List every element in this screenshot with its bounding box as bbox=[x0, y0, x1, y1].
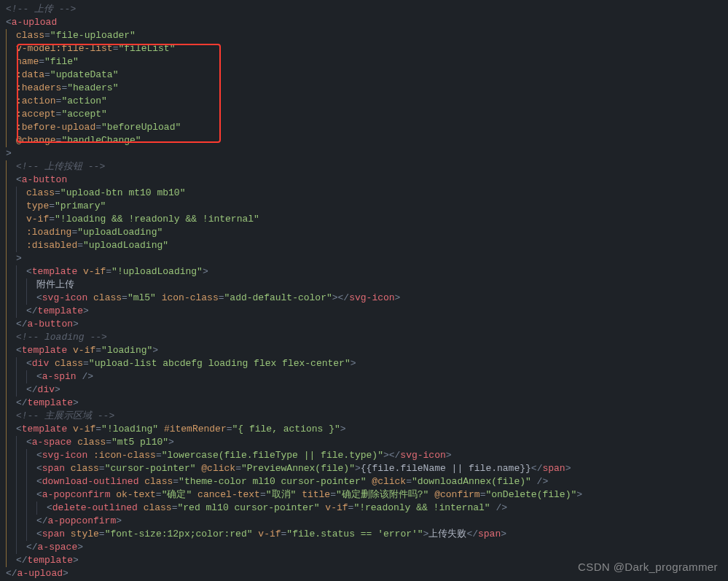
code-line[interactable]: </a-button> bbox=[6, 318, 728, 331]
code-editor-area[interactable]: <!-- 上传 --><a-upload class="file-uploade… bbox=[0, 0, 728, 580]
code-line[interactable]: > bbox=[6, 147, 728, 160]
code-line[interactable]: <svg-icon :icon-class="lowercase(file.fi… bbox=[6, 449, 728, 462]
code-line[interactable]: </a-popconfirm> bbox=[6, 515, 728, 528]
code-line[interactable]: <a-button bbox=[6, 173, 728, 187]
code-line[interactable]: type="primary" bbox=[6, 200, 728, 213]
code-line[interactable]: :action="action" bbox=[6, 95, 728, 108]
code-line[interactable]: :loading="uploadLoading" bbox=[6, 226, 728, 239]
code-line[interactable]: v-model:file-list="fileList" bbox=[6, 42, 728, 55]
code-line[interactable]: <!-- 上传按钮 --> bbox=[6, 160, 728, 173]
code-line[interactable]: <delete-outlined class="red ml10 cursor-… bbox=[6, 502, 728, 515]
code-line[interactable]: :headers="headers" bbox=[6, 82, 728, 95]
code-line[interactable]: <a-spin /> bbox=[6, 370, 728, 383]
code-line[interactable]: v-if="!loading && !readonly && !internal… bbox=[6, 213, 728, 226]
code-line[interactable]: <div class="upload-list abcdefg loading … bbox=[6, 357, 728, 370]
code-line[interactable]: :data="updateData" bbox=[6, 69, 728, 82]
code-line[interactable]: <a-popconfirm ok-text="确定" cancel-text="… bbox=[6, 488, 728, 502]
code-line[interactable]: <svg-icon class="ml5" icon-class="add-de… bbox=[6, 292, 728, 305]
code-line[interactable]: </div> bbox=[6, 383, 728, 397]
code-line[interactable]: </a-space> bbox=[6, 541, 728, 554]
code-line[interactable]: <template v-if="!loading" #itemRender="{… bbox=[6, 423, 728, 436]
code-line[interactable]: name="file" bbox=[6, 55, 728, 69]
code-line[interactable]: </template> bbox=[6, 397, 728, 410]
code-line[interactable]: <a-upload bbox=[6, 16, 728, 29]
code-line[interactable]: @change="handleChange" bbox=[6, 134, 728, 147]
code-line[interactable]: class="upload-btn mt10 mb10" bbox=[6, 187, 728, 200]
code-line[interactable]: <a-space class="mt5 pl10"> bbox=[6, 436, 728, 449]
code-line[interactable]: <template v-if="loading"> bbox=[6, 344, 728, 357]
code-line[interactable]: > bbox=[6, 252, 728, 265]
code-line[interactable]: :disabled="uploadLoading" bbox=[6, 239, 728, 252]
code-line[interactable]: <download-outlined class="theme-color ml… bbox=[6, 475, 728, 488]
code-line[interactable]: <!-- 上传 --> bbox=[6, 3, 728, 16]
code-line[interactable]: 附件上传 bbox=[6, 278, 728, 292]
code-line[interactable]: <!-- 主展示区域 --> bbox=[6, 410, 728, 423]
code-line[interactable]: <!-- loading --> bbox=[6, 331, 728, 344]
code-line[interactable]: </template> bbox=[6, 305, 728, 318]
watermark-text: CSDN @Dark_programmer bbox=[578, 561, 718, 574]
code-line[interactable]: <span style="font-size:12px;color:red" v… bbox=[6, 528, 728, 541]
code-line[interactable]: <template v-if="!uploadLoading"> bbox=[6, 265, 728, 278]
code-line[interactable]: <span class="cursor-pointer" @click="Pre… bbox=[6, 462, 728, 475]
code-line[interactable]: :before-upload="beforeUpload" bbox=[6, 121, 728, 134]
code-line[interactable]: :accept="accept" bbox=[6, 108, 728, 121]
code-line[interactable]: class="file-uploader" bbox=[6, 29, 728, 42]
